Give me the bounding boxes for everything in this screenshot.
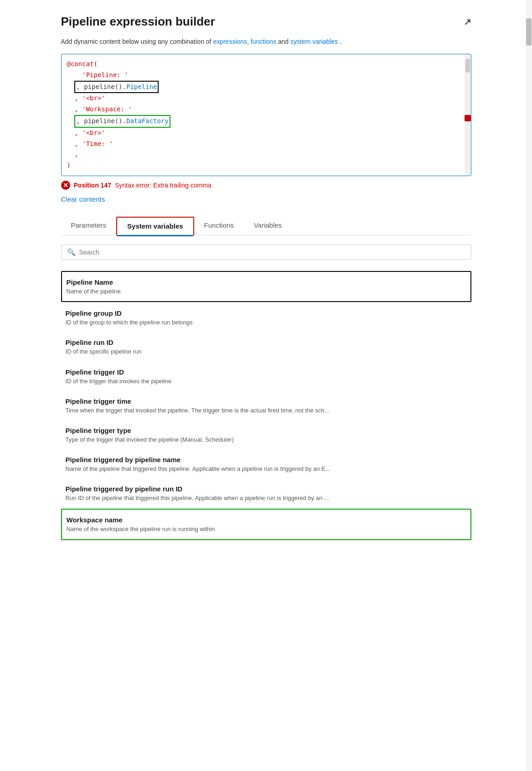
- list-item[interactable]: Pipeline trigger typeType of the trigger…: [61, 420, 471, 449]
- page-scrollbar-thumb: [526, 18, 532, 46]
- system-variables-link[interactable]: system variables: [290, 38, 338, 45]
- tab-variables[interactable]: Variables: [244, 217, 292, 235]
- error-icon: ✕: [61, 181, 70, 190]
- var-name: Pipeline group ID: [66, 309, 467, 317]
- var-desc: Type of the trigger that invoked the pip…: [66, 436, 467, 444]
- page-scrollbar[interactable]: [526, 0, 532, 771]
- var-name: Pipeline triggered by pipeline name: [66, 456, 467, 464]
- list-item[interactable]: Pipeline triggered by pipeline nameName …: [61, 449, 471, 479]
- panel-description: Add dynamic content below using any comb…: [61, 37, 471, 47]
- description-text-before: Add dynamic content below using any comb…: [61, 38, 213, 45]
- var-name: Pipeline trigger ID: [66, 368, 467, 376]
- var-name: Pipeline trigger time: [66, 397, 467, 405]
- list-item[interactable]: Workspace nameName of the workspace the …: [61, 509, 471, 540]
- list-item[interactable]: Pipeline run IDID of the specific pipeli…: [61, 332, 471, 361]
- list-item[interactable]: Pipeline NameName of the pipeline: [61, 271, 471, 302]
- error-message: Syntax error: Extra trailing comma: [115, 182, 212, 189]
- code-content: @concat( 'Pipeline: ' , pipeline().Pipel…: [67, 59, 465, 171]
- description-text-after: .: [340, 38, 341, 45]
- search-box[interactable]: 🔍: [61, 245, 471, 260]
- var-name: Pipeline Name: [67, 278, 466, 286]
- var-desc: ID of the specific pipeline run: [66, 348, 467, 356]
- tab-functions[interactable]: Functions: [194, 217, 244, 235]
- code-editor-scrollbar-indicator: [465, 115, 471, 121]
- code-editor[interactable]: @concat( 'Pipeline: ' , pipeline().Pipel…: [61, 54, 471, 176]
- var-desc: Time when the trigger that invoked the p…: [66, 406, 467, 415]
- tabs-bar: Parameters System variables Functions Va…: [61, 217, 471, 235]
- var-desc: ID of the trigger that invokes the pipel…: [66, 377, 467, 386]
- list-item[interactable]: Pipeline trigger IDID of the trigger tha…: [61, 362, 471, 391]
- variable-list: Pipeline NameName of the pipelinePipelin…: [61, 270, 471, 541]
- list-item[interactable]: Pipeline triggered by pipeline run IDRun…: [61, 479, 471, 508]
- search-icon: 🔍: [67, 248, 76, 256]
- var-desc: Name of the pipeline that triggered this…: [66, 465, 467, 473]
- var-name: Workspace name: [67, 516, 466, 524]
- search-input[interactable]: [79, 249, 465, 256]
- list-item[interactable]: Pipeline group IDID of the group to whic…: [61, 303, 471, 332]
- var-desc: ID of the group to which the pipeline ru…: [66, 318, 467, 327]
- var-name: Pipeline triggered by pipeline run ID: [66, 485, 467, 493]
- var-name: Pipeline run ID: [66, 339, 467, 346]
- tab-system-variables[interactable]: System variables: [116, 217, 194, 235]
- list-item[interactable]: Pipeline trigger timeTime when the trigg…: [61, 391, 471, 420]
- clear-contents-button[interactable]: Clear contents: [61, 195, 105, 203]
- error-line: ✕ Position 147 Syntax error: Extra trail…: [61, 181, 471, 190]
- code-editor-scrollbar[interactable]: [465, 54, 471, 176]
- var-desc: Name of the workspace the pipeline run i…: [67, 525, 466, 533]
- var-desc: Name of the pipeline: [67, 287, 466, 296]
- description-text-middle: and: [278, 38, 290, 45]
- tab-parameters[interactable]: Parameters: [61, 217, 117, 235]
- var-desc: Run ID of the pipeline that triggered th…: [66, 494, 467, 502]
- panel-title-row: Pipeline expression builder ↗: [61, 15, 471, 29]
- expand-icon[interactable]: ↗: [464, 16, 471, 27]
- var-name: Pipeline trigger type: [66, 427, 467, 434]
- panel-title: Pipeline expression builder: [61, 15, 215, 29]
- error-position: Position 147: [74, 182, 111, 189]
- expressions-functions-link[interactable]: expressions, functions: [213, 38, 276, 45]
- code-editor-scrollbar-thumb: [465, 59, 470, 73]
